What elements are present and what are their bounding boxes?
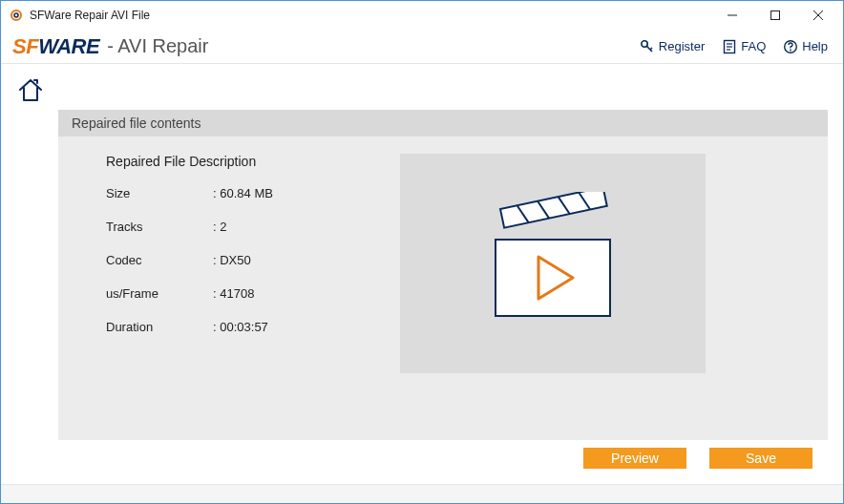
brand-logo: SFWARE bbox=[12, 34, 99, 59]
button-row: Preview Save bbox=[12, 440, 832, 478]
codec-value: DX50 bbox=[213, 253, 251, 267]
key-icon bbox=[640, 39, 655, 54]
brand-subtitle: - AVI Repair bbox=[107, 35, 208, 57]
help-icon bbox=[783, 39, 798, 54]
tracks-value: 2 bbox=[213, 220, 226, 234]
maximize-button[interactable] bbox=[753, 2, 796, 29]
home-button[interactable] bbox=[16, 75, 45, 104]
svg-line-8 bbox=[650, 48, 652, 50]
close-button[interactable] bbox=[796, 2, 839, 29]
usframe-label: us/Frame bbox=[106, 286, 213, 301]
brand-sf: SF bbox=[12, 34, 38, 59]
faq-label: FAQ bbox=[741, 39, 766, 53]
register-label: Register bbox=[659, 39, 705, 53]
codec-label: Codec bbox=[106, 253, 213, 267]
usframe-value: 41708 bbox=[213, 286, 254, 301]
description-title: Repaired File Description bbox=[106, 154, 392, 169]
window-title: SFWare Repair AVI File bbox=[30, 9, 710, 22]
svg-point-1 bbox=[14, 13, 18, 17]
size-label: Size bbox=[106, 186, 213, 200]
panel-header: Repaired file contents bbox=[58, 110, 828, 136]
clapperboard-icon bbox=[481, 192, 624, 335]
window-controls bbox=[710, 2, 839, 29]
save-button[interactable]: Save bbox=[709, 448, 812, 469]
home-icon bbox=[16, 75, 45, 104]
duration-label: Duration bbox=[106, 320, 213, 334]
faq-icon bbox=[722, 39, 737, 54]
help-label: Help bbox=[802, 39, 828, 53]
preview-graphic bbox=[400, 154, 706, 373]
footer-bar bbox=[1, 484, 843, 503]
register-link[interactable]: Register bbox=[640, 39, 705, 54]
content-area: Repaired file contents Repaired File Des… bbox=[1, 64, 843, 484]
size-value: 60.84 MB bbox=[213, 186, 273, 200]
svg-point-6 bbox=[642, 40, 647, 46]
minimize-button[interactable] bbox=[710, 2, 753, 29]
description-column: Repaired File Description Size 60.84 MB … bbox=[106, 154, 392, 373]
svg-point-0 bbox=[11, 10, 21, 20]
row-size: Size 60.84 MB bbox=[106, 186, 392, 200]
brand-bar: SFWARE - AVI Repair Register FAQ bbox=[1, 30, 843, 64]
tracks-label: Tracks bbox=[106, 220, 213, 234]
panel-body: Repaired File Description Size 60.84 MB … bbox=[58, 136, 828, 400]
help-link[interactable]: Help bbox=[783, 39, 828, 54]
svg-rect-15 bbox=[500, 192, 607, 228]
results-panel: Repaired file contents Repaired File Des… bbox=[58, 110, 828, 440]
brand-ware: WARE bbox=[38, 34, 99, 59]
row-usframe: us/Frame 41708 bbox=[106, 286, 392, 301]
row-tracks: Tracks 2 bbox=[106, 220, 392, 234]
preview-button[interactable]: Preview bbox=[583, 448, 686, 469]
row-codec: Codec DX50 bbox=[106, 253, 392, 267]
duration-value: 00:03:57 bbox=[213, 320, 268, 334]
row-duration: Duration 00:03:57 bbox=[106, 320, 392, 334]
app-icon bbox=[9, 8, 24, 23]
app-window: SFWare Repair AVI File SFWARE - AVI Repa… bbox=[0, 0, 844, 504]
svg-rect-3 bbox=[770, 11, 779, 20]
faq-link[interactable]: FAQ bbox=[722, 39, 766, 54]
titlebar: SFWare Repair AVI File bbox=[1, 1, 843, 30]
svg-point-14 bbox=[790, 49, 791, 51]
svg-rect-20 bbox=[496, 240, 610, 316]
